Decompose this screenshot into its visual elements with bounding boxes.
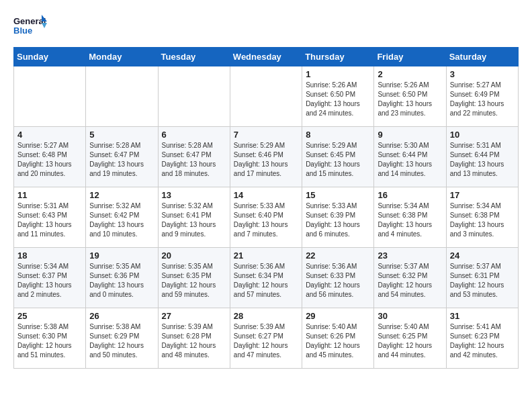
day-info: Sunrise: 5:34 AM Sunset: 6:38 PM Dayligh… [378, 201, 442, 239]
day-info: Sunrise: 5:34 AM Sunset: 6:37 PM Dayligh… [17, 262, 82, 300]
weekday-header-saturday: Saturday [446, 48, 518, 66]
day-info: Sunrise: 5:36 AM Sunset: 6:34 PM Dayligh… [234, 262, 298, 300]
calendar-week-4: 18Sunrise: 5:34 AM Sunset: 6:37 PM Dayli… [14, 248, 519, 308]
calendar-cell: 19Sunrise: 5:35 AM Sunset: 6:36 PM Dayli… [86, 248, 158, 308]
weekday-header-wednesday: Wednesday [230, 48, 302, 66]
day-info: Sunrise: 5:37 AM Sunset: 6:32 PM Dayligh… [378, 262, 442, 300]
calendar-cell: 28Sunrise: 5:39 AM Sunset: 6:27 PM Dayli… [230, 308, 302, 369]
day-number: 3 [450, 69, 515, 79]
weekday-header-thursday: Thursday [302, 48, 374, 66]
day-number: 11 [17, 190, 82, 200]
calendar-cell: 3Sunrise: 5:27 AM Sunset: 6:49 PM Daylig… [446, 66, 518, 127]
day-info: Sunrise: 5:33 AM Sunset: 6:40 PM Dayligh… [234, 201, 298, 239]
calendar-cell [230, 66, 302, 127]
day-number: 29 [306, 311, 370, 321]
calendar-cell [14, 66, 86, 127]
calendar-cell: 29Sunrise: 5:40 AM Sunset: 6:26 PM Dayli… [302, 308, 374, 369]
day-number: 20 [162, 250, 226, 261]
svg-text:Blue: Blue [13, 26, 32, 36]
calendar-week-2: 4Sunrise: 5:27 AM Sunset: 6:48 PM Daylig… [14, 127, 519, 187]
page-header: General Blue [13, 13, 519, 40]
calendar-cell: 2Sunrise: 5:26 AM Sunset: 6:50 PM Daylig… [374, 66, 446, 127]
calendar-cell: 27Sunrise: 5:39 AM Sunset: 6:28 PM Dayli… [158, 308, 230, 369]
calendar-cell: 21Sunrise: 5:36 AM Sunset: 6:34 PM Dayli… [230, 248, 302, 308]
calendar-cell: 17Sunrise: 5:34 AM Sunset: 6:38 PM Dayli… [446, 187, 518, 248]
calendar-cell: 7Sunrise: 5:29 AM Sunset: 6:46 PM Daylig… [230, 127, 302, 187]
calendar-cell: 9Sunrise: 5:30 AM Sunset: 6:44 PM Daylig… [374, 127, 446, 187]
day-number: 28 [234, 311, 298, 321]
day-number: 1 [306, 69, 370, 79]
calendar-cell: 20Sunrise: 5:35 AM Sunset: 6:35 PM Dayli… [158, 248, 230, 308]
weekday-header-row: SundayMondayTuesdayWednesdayThursdayFrid… [14, 48, 519, 66]
day-number: 21 [234, 250, 298, 261]
day-info: Sunrise: 5:28 AM Sunset: 6:47 PM Dayligh… [162, 141, 226, 179]
day-number: 25 [17, 311, 82, 321]
day-number: 12 [89, 190, 154, 200]
calendar-cell: 11Sunrise: 5:31 AM Sunset: 6:43 PM Dayli… [14, 187, 86, 248]
calendar-cell: 18Sunrise: 5:34 AM Sunset: 6:37 PM Dayli… [14, 248, 86, 308]
day-number: 18 [17, 250, 82, 261]
day-info: Sunrise: 5:35 AM Sunset: 6:36 PM Dayligh… [89, 262, 154, 300]
calendar-cell: 22Sunrise: 5:36 AM Sunset: 6:33 PM Dayli… [302, 248, 374, 308]
calendar-cell: 30Sunrise: 5:40 AM Sunset: 6:25 PM Dayli… [374, 308, 446, 369]
day-number: 2 [378, 69, 442, 79]
day-info: Sunrise: 5:30 AM Sunset: 6:44 PM Dayligh… [378, 141, 442, 179]
day-number: 4 [17, 130, 82, 140]
day-number: 17 [450, 190, 515, 200]
day-number: 31 [450, 311, 515, 321]
day-info: Sunrise: 5:32 AM Sunset: 6:42 PM Dayligh… [89, 201, 154, 239]
calendar-cell: 10Sunrise: 5:31 AM Sunset: 6:44 PM Dayli… [446, 127, 518, 187]
calendar-cell: 15Sunrise: 5:33 AM Sunset: 6:39 PM Dayli… [302, 187, 374, 248]
calendar-week-1: 1Sunrise: 5:26 AM Sunset: 6:50 PM Daylig… [14, 66, 519, 127]
day-number: 15 [306, 190, 370, 200]
logo-svg: General Blue [13, 13, 47, 40]
day-number: 8 [306, 130, 370, 140]
svg-text:General: General [13, 16, 46, 26]
day-info: Sunrise: 5:37 AM Sunset: 6:31 PM Dayligh… [450, 262, 515, 300]
calendar-cell: 23Sunrise: 5:37 AM Sunset: 6:32 PM Dayli… [374, 248, 446, 308]
day-number: 30 [378, 311, 442, 321]
day-number: 27 [162, 311, 226, 321]
weekday-header-sunday: Sunday [14, 48, 86, 66]
calendar-cell: 5Sunrise: 5:28 AM Sunset: 6:47 PM Daylig… [86, 127, 158, 187]
day-info: Sunrise: 5:40 AM Sunset: 6:26 PM Dayligh… [306, 322, 370, 360]
calendar-cell: 31Sunrise: 5:41 AM Sunset: 6:23 PM Dayli… [446, 308, 518, 369]
day-number: 24 [450, 250, 515, 261]
calendar-table: SundayMondayTuesdayWednesdayThursdayFrid… [13, 47, 519, 369]
weekday-header-tuesday: Tuesday [158, 48, 230, 66]
day-number: 7 [234, 130, 298, 140]
day-info: Sunrise: 5:38 AM Sunset: 6:29 PM Dayligh… [89, 322, 154, 360]
calendar-body: 1Sunrise: 5:26 AM Sunset: 6:50 PM Daylig… [14, 66, 519, 369]
day-info: Sunrise: 5:27 AM Sunset: 6:49 PM Dayligh… [450, 81, 515, 118]
day-info: Sunrise: 5:39 AM Sunset: 6:28 PM Dayligh… [162, 322, 226, 360]
calendar-cell: 24Sunrise: 5:37 AM Sunset: 6:31 PM Dayli… [446, 248, 518, 308]
day-info: Sunrise: 5:26 AM Sunset: 6:50 PM Dayligh… [306, 81, 370, 118]
calendar-cell [86, 66, 158, 127]
calendar-cell: 4Sunrise: 5:27 AM Sunset: 6:48 PM Daylig… [14, 127, 86, 187]
day-info: Sunrise: 5:28 AM Sunset: 6:47 PM Dayligh… [89, 141, 154, 179]
day-number: 14 [234, 190, 298, 200]
calendar-cell [158, 66, 230, 127]
day-info: Sunrise: 5:29 AM Sunset: 6:46 PM Dayligh… [234, 141, 298, 179]
day-info: Sunrise: 5:38 AM Sunset: 6:30 PM Dayligh… [17, 322, 82, 360]
day-number: 5 [89, 130, 154, 140]
day-number: 19 [89, 250, 154, 261]
calendar-cell: 25Sunrise: 5:38 AM Sunset: 6:30 PM Dayli… [14, 308, 86, 369]
calendar-week-3: 11Sunrise: 5:31 AM Sunset: 6:43 PM Dayli… [14, 187, 519, 248]
day-info: Sunrise: 5:29 AM Sunset: 6:45 PM Dayligh… [306, 141, 370, 179]
day-info: Sunrise: 5:36 AM Sunset: 6:33 PM Dayligh… [306, 262, 370, 300]
calendar-cell: 13Sunrise: 5:32 AM Sunset: 6:41 PM Dayli… [158, 187, 230, 248]
day-number: 10 [450, 130, 515, 140]
day-info: Sunrise: 5:32 AM Sunset: 6:41 PM Dayligh… [162, 201, 226, 239]
calendar-cell: 16Sunrise: 5:34 AM Sunset: 6:38 PM Dayli… [374, 187, 446, 248]
calendar-cell: 1Sunrise: 5:26 AM Sunset: 6:50 PM Daylig… [302, 66, 374, 127]
day-info: Sunrise: 5:35 AM Sunset: 6:35 PM Dayligh… [162, 262, 226, 300]
day-number: 9 [378, 130, 442, 140]
calendar-cell: 14Sunrise: 5:33 AM Sunset: 6:40 PM Dayli… [230, 187, 302, 248]
day-number: 23 [378, 250, 442, 261]
day-info: Sunrise: 5:31 AM Sunset: 6:44 PM Dayligh… [450, 141, 515, 179]
day-info: Sunrise: 5:39 AM Sunset: 6:27 PM Dayligh… [234, 322, 298, 360]
day-info: Sunrise: 5:31 AM Sunset: 6:43 PM Dayligh… [17, 201, 82, 239]
calendar-cell: 26Sunrise: 5:38 AM Sunset: 6:29 PM Dayli… [86, 308, 158, 369]
day-number: 13 [162, 190, 226, 200]
